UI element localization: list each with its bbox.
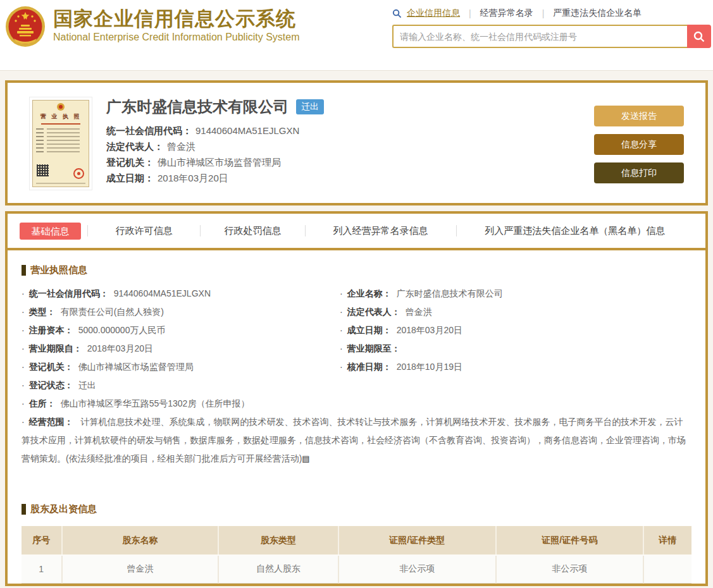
field-label: 核准日期： xyxy=(347,362,392,372)
license-emblem-icon xyxy=(57,103,65,111)
field-value: 佛山市禅城区季华五路55号1302房（住所申报） xyxy=(61,398,250,408)
bullet: · xyxy=(22,362,25,372)
field-value: 2018年10月19日 xyxy=(397,362,462,372)
tab-administrative-license[interactable]: 行政许可信息 xyxy=(87,225,200,236)
field-label: 经营范围： xyxy=(29,417,73,427)
field-value: 广东时盛信息技术有限公司 xyxy=(397,288,503,298)
summary-row: 成立日期：2018年03月20日 xyxy=(106,170,594,186)
column-header-index: 序号 xyxy=(22,526,62,555)
print-info-button[interactable]: 信息打印 xyxy=(594,162,684,183)
table-header-row: 序号 股东名称 股东类型 证照/证件类型 证照/证件号码 详情 xyxy=(22,526,691,555)
cell-certificate-type: 非公示项 xyxy=(338,555,496,583)
search-button[interactable] xyxy=(687,25,711,48)
site-header: 国家企业信用信息公示系统 National Enterprise Credit … xyxy=(0,0,713,71)
field-row: ·登记状态：迁出 xyxy=(22,376,340,395)
summary-value: 佛山市禅城区市场监督管理局 xyxy=(158,157,281,168)
bullet: · xyxy=(340,288,343,298)
summary-value: 91440604MA51EJLGXN xyxy=(195,125,299,136)
cell-certificate-number: 非公示项 xyxy=(496,555,643,583)
bullet: · xyxy=(340,325,343,335)
summary-label: 成立日期： xyxy=(106,173,154,183)
bullet: · xyxy=(22,325,25,335)
bullet: · xyxy=(22,380,25,390)
nav-divider: | xyxy=(469,8,471,18)
field-label: 营业期限至： xyxy=(347,343,400,353)
bullet: · xyxy=(22,343,25,353)
national-emblem-logo xyxy=(5,6,46,47)
summary-row: 统一社会信用代码：91440604MA51EJLGXN xyxy=(106,123,594,138)
field-value: 2018年03月20日 xyxy=(397,325,462,335)
tab-administrative-penalty[interactable]: 行政处罚信息 xyxy=(200,225,304,236)
field-value: 迁出 xyxy=(78,380,96,390)
column-header-shareholder-type: 股东类型 xyxy=(218,526,338,555)
field-value: 2018年03月20日 xyxy=(87,343,153,353)
business-license-thumbnail[interactable]: 营 业 执 照 xyxy=(29,97,92,190)
field-row: ·类型：有限责任公司(自然人独资) xyxy=(22,303,340,321)
field-row: ·核准日期：2018年10月19日 xyxy=(340,358,691,376)
detail-card: 基础信息 行政许可信息 行政处罚信息 列入经营异常名录信息 列入严重违法失信企业… xyxy=(5,211,708,586)
summary-row: 登记机关：佛山市禅城区市场监督管理局 xyxy=(106,154,594,170)
field-value: 有限责任公司(自然人独资) xyxy=(61,307,164,317)
field-row: ·营业期限自：2018年03月20日 xyxy=(22,340,340,358)
site-title: 国家企业信用信息公示系统 xyxy=(53,7,300,31)
license-section-title: 营业执照信息 xyxy=(22,264,691,276)
tab-abnormal-operation-list[interactable]: 列入经营异常名录信息 xyxy=(305,225,456,236)
cell-shareholder-type: 自然人股东 xyxy=(218,555,338,583)
company-summary-card: 营 业 执 照 广东时盛信息技术有限公司 迁出 xyxy=(5,80,708,205)
field-value: 5000.000000万人民币 xyxy=(78,325,166,335)
bullet: · xyxy=(22,288,25,298)
field-row: ·登记机关：佛山市禅城区市场监督管理局 xyxy=(22,358,340,376)
license-title: 营 业 执 照 xyxy=(36,113,85,121)
field-label: 住所： xyxy=(29,398,56,408)
summary-row: 法定代表人：曾金洪 xyxy=(106,138,594,154)
business-scope-row: ·经营范围： 计算机信息技术处理、系统集成，物联网的技术研发、技术咨询、技术转让… xyxy=(22,413,691,468)
field-row: ·营业期限至： xyxy=(340,340,691,358)
bullet: · xyxy=(22,417,25,427)
status-badge[interactable]: 迁出 xyxy=(296,99,324,114)
business-license-image: 营 业 执 照 xyxy=(32,100,89,187)
license-seal-icon xyxy=(73,168,84,179)
field-row: ·统一社会信用代码：91440604MA51EJLGXN xyxy=(22,285,340,303)
share-info-button[interactable]: 信息分享 xyxy=(594,134,684,155)
site-subtitle: National Enterprise Credit Information P… xyxy=(53,32,300,43)
field-label: 登记机关： xyxy=(29,362,73,372)
bullet: · xyxy=(340,362,343,372)
shareholder-table: 序号 股东名称 股东类型 证照/证件类型 证照/证件号码 详情 1 曾金洪 自然… xyxy=(22,526,691,584)
search-button-icon xyxy=(693,30,705,43)
license-text-lines xyxy=(36,128,85,152)
summary-label: 登记机关： xyxy=(106,157,154,168)
field-row: ·成立日期：2018年03月20日 xyxy=(340,321,691,340)
nav-link-abnormal-directory[interactable]: 经营异常名录 xyxy=(480,8,533,19)
field-value: 佛山市禅城区市场监督管理局 xyxy=(78,362,194,372)
nav-link-illegal-blacklist[interactable]: 严重违法失信企业名单 xyxy=(553,8,642,19)
field-label: 类型： xyxy=(29,307,56,317)
search-input[interactable] xyxy=(392,25,687,48)
license-footer-line xyxy=(36,183,85,184)
column-header-certificate-type: 证照/证件类型 xyxy=(338,526,496,555)
top-nav: 企业信用信息 | 经营异常名录 | 严重违法失信企业名单 xyxy=(392,8,711,19)
field-label: 成立日期： xyxy=(347,325,392,335)
nav-link-enterprise-credit[interactable]: 企业信用信息 xyxy=(407,8,460,19)
summary-value: 曾金洪 xyxy=(167,141,195,152)
field-row: ·住所：佛山市禅城区季华五路55号1302房（住所申报） xyxy=(22,395,340,413)
table-row: 1 曾金洪 自然人股东 非公示项 非公示项 xyxy=(22,555,691,583)
nav-divider: | xyxy=(542,8,545,18)
bullet: · xyxy=(22,307,25,317)
bullet: · xyxy=(340,307,343,317)
field-row: ·注册资本：5000.000000万人民币 xyxy=(22,321,340,340)
field-value: 91440604MA51EJLGXN xyxy=(114,288,211,298)
field-label: 营业期限自： xyxy=(29,343,82,353)
field-label: 登记状态： xyxy=(29,380,73,390)
scope-expand-icon[interactable]: ▤ xyxy=(302,454,309,463)
send-report-button[interactable]: 发送报告 xyxy=(594,106,684,126)
column-header-certificate-number: 证照/证件号码 xyxy=(496,526,643,555)
cell-shareholder-name: 曾金洪 xyxy=(62,555,219,583)
field-value: 曾金洪 xyxy=(406,307,432,317)
cell-detail xyxy=(643,555,691,583)
section-marker xyxy=(22,504,26,515)
tab-blacklist[interactable]: 列入严重违法失信企业名单（黑名单）信息 xyxy=(456,225,693,236)
business-scope-value: 计算机信息技术处理、系统集成，物联网的技术研发、技术咨询、技术转让与技术服务，计… xyxy=(22,417,686,463)
tab-basic-info[interactable]: 基础信息 xyxy=(20,223,81,240)
license-redline xyxy=(41,123,80,125)
shareholder-section-title: 股东及出资信息 xyxy=(22,503,691,515)
